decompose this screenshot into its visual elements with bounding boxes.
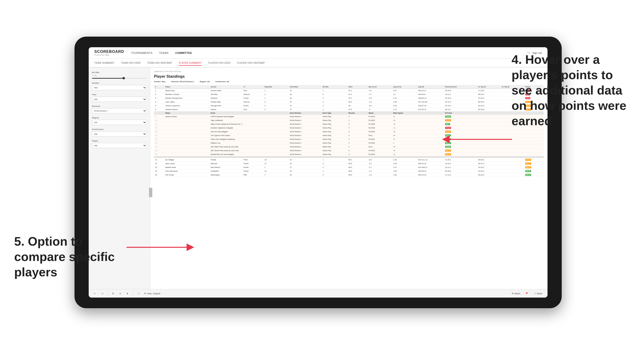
toolbar-redo[interactable]: ↪	[100, 292, 105, 296]
cell-adj-score: -1.6	[367, 100, 392, 104]
cell-conf-rank: 21	[288, 104, 322, 108]
cell-adj-score: -3.2	[367, 89, 392, 93]
division-select[interactable]: NCAA Division I	[92, 108, 147, 113]
col-conf-rank: Conf Rank	[288, 85, 322, 89]
subnav-team-h2h-grid[interactable]: TEAM H2H GRID	[121, 61, 140, 65]
nav-tournaments[interactable]: TOURNAMENTS	[131, 50, 152, 55]
main-content: No Rds. 4 - 52 Gender Men Women All	[89, 68, 548, 289]
tablet-device: SCOREBOARD Powered by clippi TOURNAMENTS…	[74, 37, 562, 308]
table-row: 21 Ian Gilligan Florida Third 10 24 1 68…	[154, 158, 544, 162]
cell-player: Christo Lamprecht	[164, 104, 210, 108]
conference-label: Conference	[92, 128, 147, 130]
cell-no-rds: 1	[322, 89, 348, 93]
cell-school: Georgia Tech	[210, 104, 242, 108]
cell-no-rds: 2	[322, 104, 348, 108]
conference-select[interactable]: (All)	[92, 131, 147, 137]
cell-yr: Second	[242, 100, 263, 104]
toolbar-right: 👁 Watch 🚩 ↗ Share	[510, 292, 544, 296]
cell-player: Wenyi Ding	[164, 89, 210, 93]
player-select[interactable]: (All)	[92, 143, 147, 148]
region-display: Region: All	[200, 81, 210, 83]
cell-no-rds: 0	[322, 93, 348, 96]
cell-yr: First	[242, 108, 263, 112]
toolbar-watch[interactable]: 👁 Watch	[510, 292, 522, 296]
subnav-player-h2h-grid[interactable]: PLAYER H2H GRID	[208, 61, 230, 65]
event-row: 11 Wake Forest Invitational at Pinehurst…	[154, 122, 544, 126]
annotation-top-right-text: 4. Hover over a player's points to see a…	[512, 53, 626, 128]
cell-adj-score: -2.7	[367, 93, 392, 96]
view-original-label: View: Original	[147, 292, 160, 295]
table-row: 4 Luke Claton Florida State Second 5 27 …	[154, 100, 544, 104]
cell-yr: Second	[242, 93, 263, 96]
cell-adj-score: -2.6	[367, 104, 392, 108]
view-original[interactable]: 👁 View: Original	[144, 292, 160, 295]
col-school: School	[210, 85, 242, 89]
cell-vs25: 65-54-6	[477, 100, 501, 104]
toolbar-sep1	[108, 291, 108, 296]
sub-col-status: Status	[367, 112, 392, 115]
region-select[interactable]: N/A	[92, 120, 147, 125]
sub-col-player: Player	[164, 112, 210, 115]
no-rds-label: No Rds.	[92, 71, 147, 73]
cell-vs25: 35-16-4	[477, 93, 501, 96]
subnav-team-h2h-heatmap[interactable]: TEAM H2H HEATMAP	[147, 61, 172, 65]
event-row: 10 Tiger Invitational NCAA Division I St…	[154, 119, 544, 122]
sub-nav: TEAM SUMMARY TEAM H2H GRID TEAM H2H HEAT…	[89, 59, 548, 68]
cell-avg-sg: 440-26-6	[417, 93, 444, 96]
cell-wins: 67.2	[348, 96, 367, 100]
col-no-rds: No Rds.	[322, 85, 348, 89]
cell-num: 3	[154, 96, 164, 100]
cell-avg-sg: 674-33-12	[417, 108, 444, 112]
subnav-player-h2h-heatmap[interactable]: PLAYER H2H HEATMAP	[237, 61, 265, 65]
cell-no-rds: 1	[322, 108, 348, 112]
cell-avg-par: 3.1	[392, 93, 417, 96]
toolbar-flag[interactable]: 🚩	[524, 292, 530, 296]
toolbar-undo[interactable]: ↩	[92, 292, 97, 296]
cell-player: Luke Claton	[164, 100, 210, 104]
subnav-player-summary[interactable]: PLAYER SUMMARY	[179, 61, 202, 66]
subnav-team-summary[interactable]: TEAM SUMMARY	[94, 61, 114, 65]
spacer-row	[154, 156, 544, 158]
scene: SCOREBOARD Powered by clippi TOURNAMENTS…	[0, 0, 644, 346]
sub-col-rounds: Rounds	[348, 112, 367, 115]
cell-conf-rank: 15	[288, 89, 322, 93]
cell-school: Arizona State	[210, 89, 242, 93]
year-select[interactable]: (All)	[92, 97, 147, 102]
cell-num: 4	[154, 100, 164, 104]
nav-teams[interactable]: TEAMS	[159, 50, 169, 55]
cell-no-rds: 0	[322, 96, 348, 100]
nav-committee[interactable]: COMMITTEE	[175, 50, 192, 55]
cell-reg-rank: 1	[264, 89, 289, 93]
table-header-row: # Player School Yr Reg Rank Conf Rank No…	[154, 85, 544, 89]
player-filter: Player (All)	[92, 140, 147, 148]
cell-reg-rank: 1	[264, 93, 289, 96]
cell-vs25: 13-22-0	[477, 96, 501, 100]
table-row: 24 Cole Sherwood Vanderbilt Fourth 12 23…	[154, 169, 544, 173]
sub-col-type: Event Type	[322, 112, 348, 115]
conference-filter: Conference (All)	[92, 128, 147, 137]
table-row: 6 Jackson Kolson Auburn First 2 27 1 67.…	[154, 108, 544, 112]
gender-select[interactable]: Men Women All	[92, 85, 147, 90]
cell-yr: Fourth	[242, 96, 263, 100]
table-row: 22 Jack Lundin Missouri Fourth 11 24 0 6…	[154, 162, 544, 166]
division-filter: Division NCAA Division I	[92, 105, 147, 113]
cell-conf-rank: 18	[288, 96, 322, 100]
update-time: Update time: 27/01/2024 16:56:26	[154, 70, 544, 72]
toolbar-copy[interactable]: ⎘	[118, 292, 122, 296]
no-rds-slider[interactable]	[92, 78, 147, 79]
toolbar-share-small[interactable]: ⬆	[125, 292, 130, 296]
cell-num: 1	[154, 89, 164, 93]
cell-reg-rank: 1	[264, 96, 289, 100]
toolbar-share[interactable]: ↗ Share	[532, 292, 544, 296]
sub-table-header: Player Event Event Division Event Type R…	[154, 112, 544, 115]
toolbar-download[interactable]: ⬇	[111, 292, 116, 296]
view-icon: 👁	[144, 292, 146, 295]
gender-label: Gender	[92, 82, 147, 84]
cell-yr: Fourth	[242, 104, 263, 108]
cell-conf-rank: 18	[288, 93, 322, 96]
arrow-to-points	[441, 131, 514, 148]
cell-player: Michael La Sasso	[164, 93, 210, 96]
toolbar-clock[interactable]: 🕐	[136, 292, 141, 296]
table-row: 25 Petr Hruby Washington Fifth 7 23 0 68…	[154, 173, 544, 177]
cell-school: Florida State	[210, 100, 242, 104]
